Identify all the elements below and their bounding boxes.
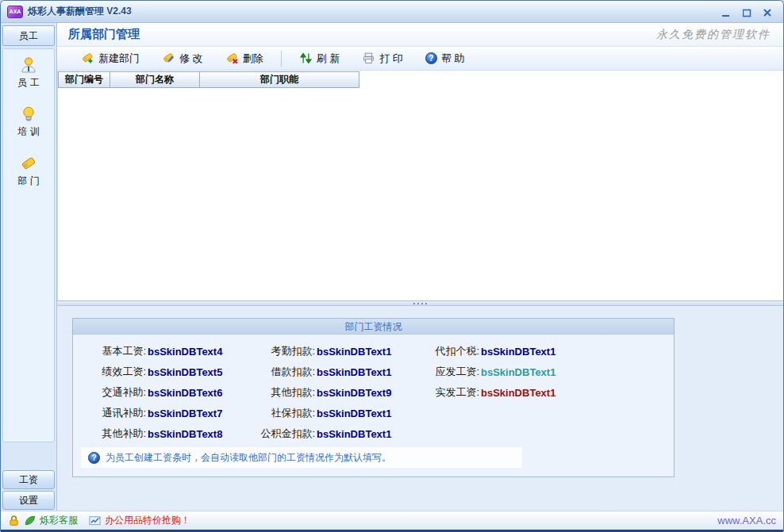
app-window: AXA 烁彩人事薪酬管理 V2.43 员工 (0, 0, 784, 532)
sidebar-item-label: 部 门 (17, 174, 39, 188)
tip-question-icon: ? (88, 452, 100, 464)
toolbar-button-label: 刷 新 (317, 52, 340, 66)
salary-column-2: 考勤扣款: bsSkinDBText1 借款扣款: bsSkinDBText1 … (244, 341, 410, 444)
window-title: 烁彩人事薪酬管理 V2.43 (28, 5, 132, 18)
splitter-handle[interactable] (57, 300, 783, 306)
edit-button[interactable]: 修 改 (151, 48, 214, 69)
leaf-icon (24, 515, 36, 526)
field-other-deduction: 其他扣款: bsSkinDBText9 (244, 382, 410, 403)
sidebar-button-salary[interactable]: 工资 (2, 470, 55, 489)
department-icon (20, 155, 37, 172)
toolbar-button-label: 打 印 (379, 52, 403, 66)
field-value: bsSkinDBText5 (148, 366, 251, 378)
field-value: bsSkinDBText1 (317, 428, 410, 440)
training-icon (20, 105, 37, 123)
status-bar: 烁彩客服 办公用品特价抢购！ www.AXA.cc (1, 511, 783, 530)
tag-delete-icon (225, 52, 239, 65)
field-value: bsSkinDBText1 (481, 366, 562, 378)
promo-chart-icon (89, 515, 101, 526)
maximize-icon[interactable] (740, 6, 753, 17)
field-other-allowance: 其他补助: bsSkinDBText8 (84, 423, 251, 444)
field-label: 实发工资: (427, 385, 479, 400)
minimize-icon[interactable] (720, 6, 732, 17)
help-icon: ? (425, 52, 437, 64)
field-gross-salary: 应发工资: bsSkinDBText1 (427, 362, 562, 382)
field-value: bsSkinDBText1 (317, 408, 410, 419)
field-value: bsSkinDBText9 (317, 387, 410, 399)
window-controls (720, 6, 777, 17)
customer-service-link[interactable]: 烁彩客服 (40, 514, 78, 527)
field-label: 通讯补助: (84, 406, 146, 420)
department-grid-area[interactable] (57, 71, 783, 300)
help-button[interactable]: ? 帮 助 (414, 48, 476, 69)
field-label: 其他扣款: (244, 385, 315, 400)
field-withholding-tax: 代扣个税: bsSkinDBText1 (427, 341, 562, 362)
field-social-security-deduction: 社保扣款: bsSkinDBText1 (244, 403, 410, 423)
lock-icon[interactable] (8, 515, 20, 526)
sidebar: 员工 员 工 (1, 23, 57, 511)
field-attendance-deduction: 考勤扣款: bsSkinDBText1 (244, 341, 410, 362)
field-net-salary: 实发工资: bsSkinDBText1 (427, 382, 562, 403)
sidebar-tab-employee[interactable]: 员工 (2, 25, 55, 46)
sidebar-item-employee[interactable]: 员 工 (3, 49, 54, 98)
print-icon (362, 52, 375, 65)
panel-title: 部门工资情况 (73, 319, 674, 335)
tag-add-icon (81, 52, 94, 65)
field-base-salary: 基本工资: bsSkinDBText4 (84, 341, 251, 362)
field-value: bsSkinDBText1 (317, 346, 410, 358)
toolbar-button-label: 修 改 (179, 52, 203, 66)
field-label: 公积金扣款: (244, 427, 315, 441)
delete-button[interactable]: 删除 (214, 48, 275, 69)
field-value: bsSkinDBText4 (148, 346, 251, 358)
watermark-text: 永久免费的管理软件 (656, 28, 771, 42)
field-label: 社保扣款: (244, 406, 315, 420)
field-telecom-allowance: 通讯补助: bsSkinDBText7 (84, 403, 251, 423)
field-transport-allowance: 交通补助: bsSkinDBText6 (84, 382, 251, 403)
main-area: 所属部门管理 永久免费的管理软件 新建部门 (57, 23, 783, 511)
column-header-dept-name[interactable]: 部门名称 (110, 71, 200, 88)
field-value: bsSkinDBText8 (148, 428, 251, 440)
promo-link[interactable]: 办公用品特价抢购！ (105, 514, 190, 527)
sidebar-item-department[interactable]: 部 门 (3, 147, 54, 197)
column-header-dept-function[interactable]: 部门职能 (199, 71, 359, 88)
field-label: 借款扣款: (244, 365, 315, 379)
sidebar-item-training[interactable]: 培 训 (3, 98, 54, 147)
panel-tip: ? 为员工创建工资条时，会自动读取他部门的工资情况作为默认填写。 (81, 447, 522, 468)
refresh-button[interactable]: 刷 新 (288, 48, 352, 69)
field-loan-deduction: 借款扣款: bsSkinDBText1 (244, 362, 410, 382)
field-label: 其他补助: (84, 427, 146, 441)
tag-edit-icon (162, 52, 175, 65)
new-department-button[interactable]: 新建部门 (70, 48, 151, 69)
employee-icon (20, 56, 37, 74)
refresh-icon (299, 52, 313, 65)
sidebar-nav-panel: 员 工 培 训 (2, 48, 55, 442)
field-label: 应发工资: (427, 365, 479, 379)
title-bar: AXA 烁彩人事薪酬管理 V2.43 (1, 1, 783, 23)
website-link[interactable]: www.AXA.cc (717, 515, 776, 526)
page-title: 所属部门管理 (68, 27, 140, 42)
field-value: bsSkinDBText1 (481, 387, 562, 399)
toolbar-button-label: 新建部门 (98, 52, 140, 66)
sidebar-item-label: 培 训 (17, 125, 39, 139)
field-value: bsSkinDBText1 (481, 346, 562, 358)
print-button[interactable]: 打 印 (351, 48, 414, 69)
field-performance-salary: 绩效工资: bsSkinDBText5 (84, 362, 251, 382)
close-icon[interactable] (761, 6, 774, 17)
field-label: 基本工资: (84, 344, 146, 358)
field-label: 交通补助: (84, 385, 146, 400)
toolbar-button-label: 删除 (243, 52, 263, 66)
field-housing-fund-deduction: 公积金扣款: bsSkinDBText1 (244, 423, 410, 444)
field-value: bsSkinDBText6 (148, 387, 251, 399)
field-value: bsSkinDBText1 (317, 366, 410, 378)
sidebar-item-label: 员 工 (17, 76, 39, 90)
field-label: 绩效工资: (84, 365, 146, 379)
grid-header: 部门编号 部门名称 部门职能 (58, 71, 359, 88)
field-label: 代扣个税: (427, 344, 479, 358)
column-header-dept-id[interactable]: 部门编号 (58, 71, 110, 88)
department-salary-panel: 部门工资情况 基本工资: bsSkinDBText4 绩效工资: bsSkinD… (72, 318, 674, 477)
field-label: 考勤扣款: (244, 344, 315, 358)
sidebar-button-settings[interactable]: 设置 (2, 491, 55, 510)
app-logo-icon: AXA (7, 6, 23, 18)
salary-column-1: 基本工资: bsSkinDBText4 绩效工资: bsSkinDBText5 … (84, 341, 251, 444)
field-value: bsSkinDBText7 (148, 408, 251, 419)
